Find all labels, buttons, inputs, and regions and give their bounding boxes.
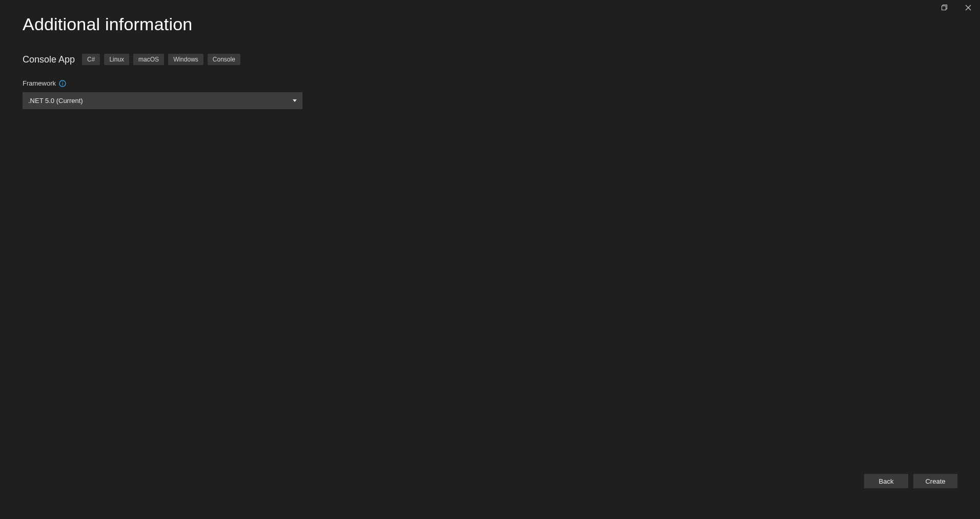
window-titlebar: [933, 0, 980, 15]
content-area: Additional information Console App C# Li…: [23, 14, 957, 519]
tag-linux: Linux: [104, 54, 129, 65]
tag-csharp: C#: [82, 54, 100, 65]
framework-label-row: Framework i: [23, 79, 957, 87]
framework-select[interactable]: .NET 5.0 (Current): [23, 92, 302, 109]
svg-rect-1: [942, 6, 946, 10]
close-icon: [965, 5, 971, 11]
chevron-down-icon: [293, 99, 297, 103]
info-icon[interactable]: i: [59, 80, 66, 87]
project-type-row: Console App C# Linux macOS Windows Conso…: [23, 54, 957, 65]
close-button[interactable]: [956, 1, 980, 14]
framework-selected-value: .NET 5.0 (Current): [28, 97, 83, 105]
tag-macos: macOS: [133, 54, 164, 65]
page-title: Additional information: [23, 14, 957, 34]
maximize-restore-button[interactable]: [933, 1, 956, 14]
framework-label: Framework: [23, 79, 56, 87]
project-tags: C# Linux macOS Windows Console: [82, 54, 240, 65]
tag-windows: Windows: [168, 54, 203, 65]
project-type-label: Console App: [23, 54, 75, 65]
tag-console: Console: [208, 54, 240, 65]
svg-text:i: i: [62, 80, 63, 86]
footer-buttons: Back Create: [864, 474, 957, 488]
create-button[interactable]: Create: [913, 474, 957, 488]
restore-icon: [942, 5, 948, 11]
back-button[interactable]: Back: [864, 474, 908, 488]
